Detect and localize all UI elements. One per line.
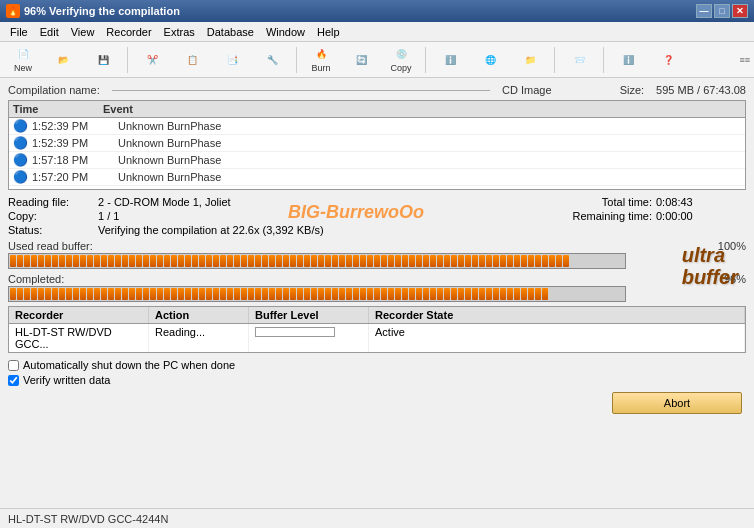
menu-edit[interactable]: Edit bbox=[34, 24, 65, 40]
reading-file-label: Reading file: bbox=[8, 196, 98, 208]
settings-button[interactable]: 🔧 bbox=[253, 44, 291, 76]
log-icon-0: 🔵 bbox=[13, 119, 28, 133]
log-col-event: Event bbox=[103, 103, 741, 115]
menu-window[interactable]: Window bbox=[260, 24, 311, 40]
new-icon: 📄 bbox=[15, 46, 31, 62]
ultrabuffer-line1: ultra bbox=[682, 244, 738, 266]
verify-label: Verify written data bbox=[23, 374, 110, 386]
status-bar: HL-DT-ST RW/DVD GCC-4244N bbox=[0, 508, 754, 528]
recorder-buffer bbox=[249, 324, 369, 352]
auto-shutdown-checkbox[interactable] bbox=[8, 360, 19, 371]
read-buffer-label: Used read buffer: bbox=[8, 240, 93, 252]
status-value: Verifying the compilation at 22.6x (3,39… bbox=[98, 224, 546, 236]
send-button[interactable]: 📨 bbox=[560, 44, 598, 76]
log-row: 🔵 1:57:20 PM Unknown BurnPhase bbox=[9, 169, 745, 186]
info-icon: ℹ️ bbox=[442, 52, 458, 68]
copy-icon: 📋 bbox=[184, 52, 200, 68]
recorder-action: Reading... bbox=[149, 324, 249, 352]
cut-icon: ✂️ bbox=[144, 52, 160, 68]
menu-database[interactable]: Database bbox=[201, 24, 260, 40]
copy-button[interactable]: 📋 bbox=[173, 44, 211, 76]
settings-icon: 🔧 bbox=[264, 52, 280, 68]
verify-checkbox[interactable] bbox=[8, 375, 19, 386]
options-area: Automatically shut down the PC when done… bbox=[8, 359, 746, 386]
separator-2 bbox=[296, 47, 297, 73]
completed-fill bbox=[9, 287, 625, 301]
about-button[interactable]: ℹ️ bbox=[609, 44, 647, 76]
cut-button[interactable]: ✂️ bbox=[133, 44, 171, 76]
separator-5 bbox=[603, 47, 604, 73]
total-time-value: 0:08:43 bbox=[656, 196, 746, 208]
menu-file[interactable]: File bbox=[4, 24, 34, 40]
window-title: 96% Verifying the compilation bbox=[24, 5, 180, 17]
paste-button[interactable]: 📑 bbox=[213, 44, 251, 76]
progress-area: ultra buffer Used read buffer: 100% Comp… bbox=[8, 240, 746, 302]
reading-file-value: 2 - CD-ROM Mode 1, Joliet bbox=[98, 196, 546, 208]
title-bar: 🔥 96% Verifying the compilation — □ ✕ bbox=[0, 0, 754, 22]
refresh-button[interactable]: 🔄 bbox=[342, 44, 380, 76]
total-time-label: Total time: bbox=[546, 196, 656, 208]
close-button[interactable]: ✕ bbox=[732, 4, 748, 18]
log-event-3: Unknown BurnPhase bbox=[118, 171, 741, 183]
recorder-row: HL-DT-ST RW/DVD GCC... Reading... Active bbox=[9, 324, 745, 352]
info-button[interactable]: ℹ️ bbox=[431, 44, 469, 76]
resize-handle[interactable]: ≡≡ bbox=[739, 55, 750, 65]
log-time-2: 1:57:18 PM bbox=[32, 154, 118, 166]
copy-label: Copy: bbox=[8, 210, 98, 222]
toolbar: 📄 New 📂 💾 ✂️ 📋 📑 🔧 🔥 Burn 🔄 💿 Copy ℹ️ 🌐 … bbox=[0, 42, 754, 78]
minimize-button[interactable]: — bbox=[696, 4, 712, 18]
save-button[interactable]: 💾 bbox=[84, 44, 122, 76]
help-button[interactable]: ❓ bbox=[649, 44, 687, 76]
window-controls[interactable]: — □ ✕ bbox=[696, 4, 748, 18]
send-icon: 📨 bbox=[571, 52, 587, 68]
log-icon-2: 🔵 bbox=[13, 153, 28, 167]
buffer-indicator bbox=[255, 327, 335, 337]
auto-shutdown-row: Automatically shut down the PC when done bbox=[8, 359, 746, 371]
recorder-header-recorder: Recorder bbox=[9, 307, 149, 323]
menu-recorder[interactable]: Recorder bbox=[100, 24, 157, 40]
separator-4 bbox=[554, 47, 555, 73]
log-event-2: Unknown BurnPhase bbox=[118, 154, 741, 166]
log-icon-1: 🔵 bbox=[13, 136, 28, 150]
recorder-state: Active bbox=[369, 324, 745, 352]
open-button[interactable]: 📂 bbox=[44, 44, 82, 76]
disc-copy-button[interactable]: 💿 Copy bbox=[382, 44, 420, 76]
completed-progress: Completed: 96% bbox=[8, 273, 746, 302]
new-button[interactable]: 📄 New bbox=[4, 44, 42, 76]
read-buffer-progress: Used read buffer: 100% bbox=[8, 240, 746, 269]
burn-button[interactable]: 🔥 Burn bbox=[302, 44, 340, 76]
log-area: Time Event 🔵 1:52:39 PM Unknown BurnPhas… bbox=[8, 100, 746, 190]
compilation-name-value: CD Image bbox=[502, 84, 552, 96]
log-col-time: Time bbox=[13, 103, 103, 115]
menu-extras[interactable]: Extras bbox=[158, 24, 201, 40]
open-icon: 📂 bbox=[55, 52, 71, 68]
compilation-name-label: Compilation name: bbox=[8, 84, 100, 96]
maximize-button[interactable]: □ bbox=[714, 4, 730, 18]
web-icon: 🌐 bbox=[482, 52, 498, 68]
web-button[interactable]: 🌐 bbox=[471, 44, 509, 76]
folder-icon: 📁 bbox=[522, 52, 538, 68]
menu-view[interactable]: View bbox=[65, 24, 101, 40]
main-content: Compilation name: CD Image Size: 595 MB … bbox=[0, 78, 754, 420]
about-icon: ℹ️ bbox=[620, 52, 636, 68]
log-time-1: 1:52:39 PM bbox=[32, 137, 118, 149]
recorder-header-buffer: Buffer Level bbox=[249, 307, 369, 323]
abort-row: Abort bbox=[8, 392, 746, 414]
statusbar-text: HL-DT-ST RW/DVD GCC-4244N bbox=[8, 513, 168, 525]
log-row: 🔵 1:52:39 PM Unknown BurnPhase bbox=[9, 118, 745, 135]
log-icon-3: 🔵 bbox=[13, 170, 28, 184]
menu-help[interactable]: Help bbox=[311, 24, 346, 40]
folder-button[interactable]: 📁 bbox=[511, 44, 549, 76]
read-buffer-bar bbox=[8, 253, 626, 269]
read-buffer-fill bbox=[9, 254, 625, 268]
abort-button[interactable]: Abort bbox=[612, 392, 742, 414]
read-buffer-blocks bbox=[9, 254, 569, 268]
disc-copy-icon: 💿 bbox=[393, 46, 409, 62]
copy-value: 1 / 1 bbox=[98, 210, 546, 222]
help-icon: ❓ bbox=[660, 52, 676, 68]
log-event-0: Unknown BurnPhase bbox=[118, 120, 741, 132]
log-time-3: 1:57:20 PM bbox=[32, 171, 118, 183]
recorder-table: Recorder Action Buffer Level Recorder St… bbox=[8, 306, 746, 353]
status-label: Status: bbox=[8, 224, 98, 236]
remaining-value: 0:00:00 bbox=[656, 210, 746, 222]
